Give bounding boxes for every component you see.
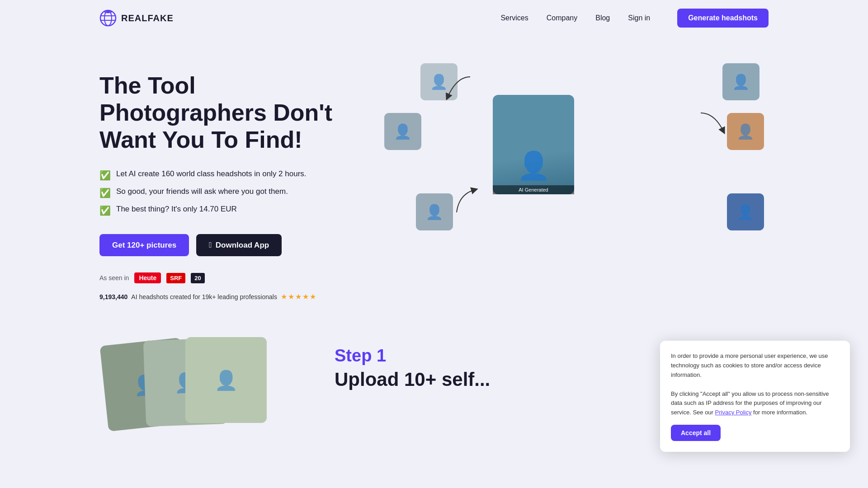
photo-grid: 👤 👤 👤 👤 👤 👤 👤 AI Generated: [380, 63, 769, 244]
hero-section: The Tool Photographers Don't Want You To…: [0, 36, 868, 337]
photo-middle-right: 👤: [727, 113, 764, 150]
get-pictures-button[interactable]: Get 120+ pictures: [99, 234, 189, 256]
badge-heute: Heute: [134, 272, 161, 283]
hero-image-collage: 👤 👤 👤 👤 👤 👤 👤 AI Generated: [380, 63, 769, 244]
navbar: REALFAKE Services Company Blog Sign in G…: [0, 0, 868, 36]
check-icon-1: ✅: [99, 170, 111, 181]
photo-middle-left: 👤: [384, 113, 421, 150]
step-photos: 👤 👤 👤: [99, 337, 298, 427]
badge-srf: SRF: [166, 273, 185, 283]
svg-point-4: [107, 10, 109, 13]
photo-bottom-left: 👤: [416, 193, 453, 230]
hero-left: The Tool Photographers Don't Want You To…: [99, 63, 353, 301]
nav-company[interactable]: Company: [547, 14, 577, 22]
nav-links: Services Company Blog Sign in Generate h…: [500, 9, 769, 28]
logo-text: REALFAKE: [121, 13, 174, 23]
nav-signin[interactable]: Sign in: [628, 14, 650, 22]
hero-cta: Get 120+ pictures  Download App: [99, 234, 353, 256]
as-seen-label: As seen in: [99, 274, 129, 282]
as-seen-in: As seen in Heute SRF 20: [99, 272, 353, 283]
hero-bullets: ✅ Let AI create 160 world class headshot…: [99, 169, 353, 216]
photo-top-right: 👤: [722, 63, 760, 100]
download-app-button[interactable]:  Download App: [196, 234, 282, 256]
photo-main-generated: 👤 AI Generated: [493, 95, 574, 194]
logo[interactable]: REALFAKE: [99, 9, 174, 27]
bullet-2: ✅ So good, your friends will ask where y…: [99, 187, 353, 198]
bullet-1: ✅ Let AI create 160 world class headshot…: [99, 169, 353, 181]
ai-generated-label: AI Generated: [493, 185, 574, 194]
cookie-text: In order to provide a more personal user…: [671, 352, 839, 418]
check-icon-2: ✅: [99, 188, 111, 198]
nav-blog[interactable]: Blog: [595, 14, 610, 22]
hero-title: The Tool Photographers Don't Want You To…: [99, 72, 353, 153]
accept-all-button[interactable]: Accept all: [671, 425, 721, 441]
cookie-banner: In order to provide a more personal user…: [660, 341, 850, 452]
bullet-3: ✅ The best thing? It's only 14.70 EUR: [99, 205, 353, 216]
nav-services[interactable]: Services: [500, 14, 528, 22]
apple-icon: : [209, 240, 212, 250]
badge-20: 20: [191, 273, 204, 283]
privacy-policy-link[interactable]: Privacy Policy: [715, 409, 752, 416]
stacked-photo-3: 👤: [185, 337, 267, 423]
check-icon-3: ✅: [99, 205, 111, 216]
social-proof: 9,193,440 AI headshots created for 19k+ …: [99, 292, 353, 301]
photo-bottom-right: 👤: [727, 193, 764, 230]
star-rating: ★★★★★: [281, 292, 317, 301]
photo-top-left: 👤: [420, 63, 458, 100]
generate-headshots-button[interactable]: Generate headshots: [677, 9, 769, 28]
